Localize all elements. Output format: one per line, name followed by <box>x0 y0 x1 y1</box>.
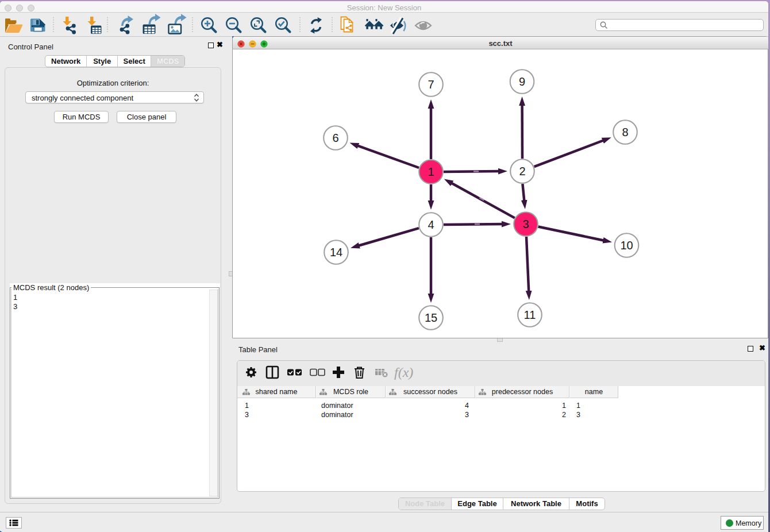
svg-text:8: 8 <box>622 126 628 138</box>
svg-text:3: 3 <box>522 218 529 230</box>
svg-text:9: 9 <box>519 75 525 88</box>
svg-text:1: 1 <box>428 165 434 178</box>
svg-text:7: 7 <box>428 78 434 91</box>
svg-text:11: 11 <box>524 309 536 321</box>
svg-text:f(x): f(x) <box>394 365 413 380</box>
svg-text:4: 4 <box>428 218 434 231</box>
svg-text:2: 2 <box>519 165 525 178</box>
svg-text:6: 6 <box>332 132 338 144</box>
svg-text:10: 10 <box>620 239 633 252</box>
svg-text:14: 14 <box>330 246 342 259</box>
svg-text:15: 15 <box>425 311 437 324</box>
